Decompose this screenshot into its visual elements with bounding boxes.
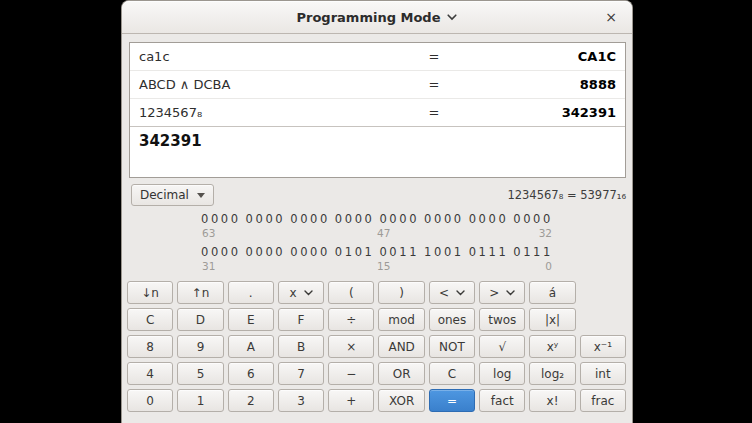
key-label: + — [346, 394, 356, 408]
bit-group[interactable]: 0000 — [290, 213, 330, 226]
bit-group[interactable]: 0000 — [201, 213, 241, 226]
key-label: D — [196, 313, 205, 327]
bit-group[interactable]: 0101 — [335, 246, 375, 259]
key-or[interactable]: OR — [378, 362, 424, 385]
key-and[interactable]: AND — [378, 335, 424, 358]
history-result[interactable]: 342391 — [446, 105, 616, 120]
close-button[interactable]: × — [601, 7, 621, 27]
key-factorial[interactable]: x! — [529, 389, 575, 412]
key-hex-b[interactable]: B — [278, 335, 324, 358]
key-log[interactable]: log — [479, 362, 525, 385]
bit-group[interactable]: 0011 — [379, 246, 419, 259]
key-factorize[interactable]: fact — [479, 389, 525, 412]
key-4[interactable]: 4 — [127, 362, 173, 385]
key-hex-d[interactable]: D — [177, 308, 223, 331]
key-close-paren[interactable]: ) — [378, 281, 424, 304]
bit-group[interactable]: 0000 — [201, 246, 241, 259]
window-title: Programming Mode — [297, 10, 441, 25]
key-ones-complement[interactable]: ones — [429, 308, 475, 331]
key-label: ↓n — [141, 286, 159, 300]
key-superscript-mode[interactable]: ↑n — [177, 281, 223, 304]
key-8[interactable]: 8 — [127, 335, 173, 358]
key-label: log₂ — [541, 367, 564, 381]
key-label: − — [346, 367, 356, 381]
history-row[interactable]: 1234567₈ = 342391 — [130, 99, 625, 127]
history-row[interactable]: ABCD ∧ DCBA = 8888 — [130, 71, 625, 99]
headerbar: Programming Mode × — [122, 1, 632, 34]
bit-group[interactable]: 0000 — [290, 246, 330, 259]
key-modulus[interactable]: mod — [378, 308, 424, 331]
binary-bit-panel: 0000 0000 0000 0000 0000 0000 0000 0000 … — [122, 213, 632, 273]
key-hex-c[interactable]: C — [127, 308, 173, 331]
history-row[interactable]: ca1c = CA1C — [130, 43, 625, 71]
key-label: twos — [488, 313, 516, 327]
key-hex-a[interactable]: A — [228, 335, 274, 358]
key-inverse[interactable]: x⁻¹ — [580, 335, 626, 358]
key-shift-right[interactable]: > — [479, 281, 525, 304]
key-xor[interactable]: XOR — [378, 389, 424, 412]
key-fraction-part[interactable]: frac — [580, 389, 626, 412]
key-label: = — [447, 394, 457, 408]
key-clear[interactable]: C — [429, 362, 475, 385]
bit-group[interactable]: 0000 — [246, 246, 286, 259]
keypad-row-2: C D E F ÷ mod ones twos |x| — [127, 308, 626, 331]
key-label: C — [146, 313, 154, 327]
bit-group[interactable]: 0111 — [513, 246, 553, 259]
key-label: xʸ — [547, 340, 559, 354]
base-conversion-label: 1234567₈ = 53977₁₆ — [507, 188, 626, 202]
bit-group[interactable]: 0111 — [469, 246, 509, 259]
expression-entry[interactable]: 342391 — [130, 127, 625, 177]
mode-menu-button[interactable]: Programming Mode — [289, 7, 466, 28]
key-6[interactable]: 6 — [228, 362, 274, 385]
base-bar: Decimal 1234567₈ = 53977₁₆ — [131, 184, 626, 206]
key-3[interactable]: 3 — [278, 389, 324, 412]
key-add[interactable]: + — [328, 389, 374, 412]
key-1[interactable]: 1 — [177, 389, 223, 412]
key-absolute-value[interactable]: |x| — [529, 308, 575, 331]
key-subscript-mode[interactable]: ↓n — [127, 281, 173, 304]
key-7[interactable]: 7 — [278, 362, 324, 385]
key-label: ↑n — [192, 286, 210, 300]
key-divide[interactable]: ÷ — [328, 308, 374, 331]
history-equals: = — [422, 105, 446, 120]
key-subtract[interactable]: − — [328, 362, 374, 385]
key-integer-part[interactable]: int — [580, 362, 626, 385]
bit-index-63: 63 — [202, 227, 215, 239]
key-twos-complement[interactable]: twos — [479, 308, 525, 331]
display-panel: ca1c = CA1C ABCD ∧ DCBA = 8888 1234567₈ … — [129, 42, 626, 178]
bit-group[interactable]: 0000 — [246, 213, 286, 226]
key-2[interactable]: 2 — [228, 389, 274, 412]
key-square-root[interactable]: √ — [479, 335, 525, 358]
key-label: < — [439, 286, 449, 300]
number-base-value: Decimal — [140, 188, 189, 202]
bit-group[interactable]: 0000 — [335, 213, 375, 226]
key-multiply[interactable]: × — [328, 335, 374, 358]
key-insert-character[interactable]: á — [529, 281, 575, 304]
key-label: 3 — [297, 394, 305, 408]
key-open-paren[interactable]: ( — [328, 281, 374, 304]
key-5[interactable]: 5 — [177, 362, 223, 385]
bit-group[interactable]: 0000 — [424, 213, 464, 226]
key-label: NOT — [439, 340, 465, 354]
bit-group[interactable]: 0000 — [469, 213, 509, 226]
key-hex-e[interactable]: E — [228, 308, 274, 331]
number-base-dropdown[interactable]: Decimal — [131, 184, 214, 206]
history-result[interactable]: 8888 — [446, 77, 616, 92]
key-decimal-point[interactable]: . — [228, 281, 274, 304]
key-variable-x[interactable]: x — [278, 281, 324, 304]
key-equals[interactable]: = — [429, 389, 475, 412]
key-label: ) — [399, 286, 404, 300]
key-power[interactable]: xʸ — [529, 335, 575, 358]
key-not[interactable]: NOT — [429, 335, 475, 358]
key-log2[interactable]: log₂ — [529, 362, 575, 385]
key-label: 6 — [247, 367, 255, 381]
key-0[interactable]: 0 — [127, 389, 173, 412]
history-equals: = — [422, 77, 446, 92]
bit-group[interactable]: 0000 — [379, 213, 419, 226]
bit-group[interactable]: 0000 — [513, 213, 553, 226]
bit-group[interactable]: 1001 — [424, 246, 464, 259]
history-result[interactable]: CA1C — [446, 49, 616, 64]
key-hex-f[interactable]: F — [278, 308, 324, 331]
key-9[interactable]: 9 — [177, 335, 223, 358]
key-shift-left[interactable]: < — [429, 281, 475, 304]
